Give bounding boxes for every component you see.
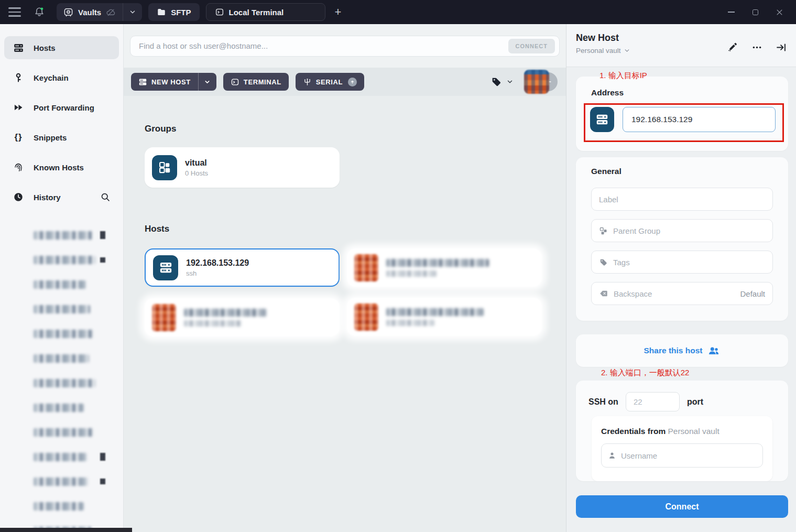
list-item[interactable] [0, 247, 123, 272]
serial-button-label: SERIAL [316, 78, 343, 86]
username-input[interactable] [621, 451, 756, 460]
maximize-icon[interactable] [751, 8, 759, 16]
label-field[interactable] [591, 188, 773, 211]
general-heading: General [591, 167, 621, 176]
user-icon [608, 451, 616, 460]
sidebar-item-label: Keychain [34, 73, 69, 82]
folder-icon [157, 7, 166, 17]
vault-icon [63, 7, 73, 17]
address-input[interactable] [623, 107, 776, 132]
tab-local-terminal-label: Local Terminal [229, 8, 284, 17]
main-area: CONNECT NEW HOST [124, 24, 566, 532]
annotation-step2: 2. 输入端口，一般默认22 [601, 368, 689, 378]
tab-vaults[interactable]: Vaults [57, 3, 142, 21]
host-card-redacted[interactable] [347, 298, 542, 336]
list-item[interactable] [0, 469, 123, 494]
more-icon[interactable] [751, 42, 762, 53]
server-icon [590, 107, 614, 132]
port-input[interactable] [626, 392, 680, 411]
address-label: Address [591, 88, 624, 97]
minimize-icon[interactable] [727, 8, 735, 16]
new-host-panel: New Host Personal vault [566, 24, 796, 532]
host-card-redacted[interactable] [347, 248, 542, 287]
history-redacted-list [0, 215, 123, 532]
panel-header: New Host Personal vault [566, 24, 796, 67]
new-host-button-label: NEW HOST [151, 78, 191, 86]
terminal-icon [231, 78, 239, 86]
backspace-field[interactable]: Backspace Default [591, 282, 773, 305]
sidebar-item-known-hosts[interactable]: Known Hosts [4, 156, 119, 179]
host-card-redacted[interactable] [145, 298, 340, 336]
sidebar-item-snippets[interactable]: {} Snippets [4, 126, 119, 149]
group-card-vitual[interactable]: vitual 0 Hosts [145, 147, 340, 188]
notifications-bell-icon[interactable] [34, 6, 45, 18]
terminal-button[interactable]: TERMINAL [223, 73, 289, 91]
search-icon[interactable] [100, 192, 111, 202]
new-tab-plus-icon[interactable]: + [335, 6, 342, 18]
list-item[interactable] [0, 321, 123, 346]
address-card: Address [576, 77, 788, 151]
key-icon [13, 72, 24, 83]
tag-icon [599, 258, 608, 267]
connect-button[interactable]: Connect [576, 495, 788, 518]
username-field[interactable] [601, 443, 763, 468]
host-icon-redacted [354, 303, 378, 331]
backspace-label: Backspace [614, 289, 652, 298]
close-icon[interactable] [775, 8, 783, 16]
search-input-wrap[interactable]: CONNECT [130, 36, 560, 57]
search-input[interactable] [139, 41, 508, 50]
tab-strip: Vaults SFTP [57, 3, 325, 21]
menu-icon[interactable] [8, 7, 21, 17]
sidebar-item-keychain[interactable]: Keychain [4, 66, 119, 89]
known-hosts-icon [13, 162, 24, 172]
label-input[interactable] [599, 195, 765, 204]
tag-filter-chevron-icon[interactable] [506, 78, 514, 85]
window-controls [727, 8, 788, 16]
general-card: General Parent Group [576, 157, 788, 321]
new-host-dropdown-chevron-icon[interactable] [199, 73, 216, 91]
tag-filter-icon[interactable] [490, 76, 502, 88]
terminal-icon [215, 7, 224, 17]
port-label: port [687, 397, 703, 407]
avatar[interactable] [524, 70, 549, 94]
list-item[interactable] [0, 297, 123, 321]
bottom-overlay-strip [0, 528, 132, 532]
host-protocol: ssh [186, 269, 249, 277]
tab-sftp[interactable]: SFTP [148, 3, 199, 21]
sidebar: Hosts Keychain Port Forwarding [0, 24, 124, 532]
sidebar-item-label: Port Forwarding [34, 103, 94, 112]
list-item[interactable] [0, 395, 123, 420]
list-item[interactable] [0, 371, 123, 395]
list-item[interactable] [0, 494, 123, 518]
vaults-dropdown-chevron-icon[interactable] [123, 3, 142, 21]
port-forwarding-icon [13, 102, 24, 113]
group-host-count: 0 Hosts [185, 169, 208, 177]
host-address: 192.168.153.129 [186, 258, 249, 268]
serial-button[interactable]: SERIAL [296, 73, 364, 91]
credentials-vault-value: Personal vault [668, 427, 719, 436]
sidebar-item-history[interactable]: History [4, 186, 119, 209]
parent-group-field[interactable]: Parent Group [591, 219, 773, 242]
list-item[interactable] [0, 272, 123, 297]
cloud-off-icon [106, 7, 116, 17]
ssh-card: SSH on port Credentials from Personal va… [576, 381, 788, 481]
list-item[interactable] [0, 420, 123, 444]
list-item[interactable] [0, 346, 123, 371]
credentials-card: Credentials from Personal vault [592, 416, 772, 481]
host-search-bar: CONNECT [124, 24, 566, 68]
account-area [518, 70, 559, 94]
tab-local-terminal[interactable]: Local Terminal [206, 3, 325, 21]
backspace-value: Default [740, 289, 765, 298]
sidebar-item-port-forwarding[interactable]: Port Forwarding [4, 96, 119, 119]
collapse-panel-icon[interactable] [776, 42, 787, 53]
share-host-button[interactable]: Share this host [576, 334, 788, 367]
new-host-button[interactable]: NEW HOST [131, 73, 216, 91]
sidebar-item-hosts[interactable]: Hosts [4, 36, 119, 59]
edit-icon[interactable] [727, 42, 738, 53]
host-card-selected[interactable]: 192.168.153.129 ssh [145, 248, 340, 287]
snippets-icon: {} [13, 132, 24, 143]
list-item[interactable] [0, 223, 123, 247]
connect-quick-button[interactable]: CONNECT [508, 39, 555, 53]
tags-field[interactable]: Tags [591, 251, 773, 274]
list-item[interactable] [0, 444, 123, 469]
